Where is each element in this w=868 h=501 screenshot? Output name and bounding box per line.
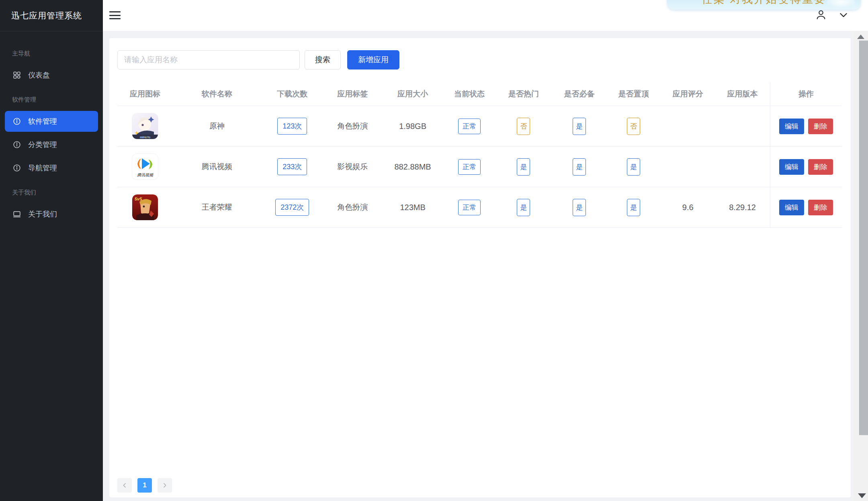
sidebar-item-label: 关于我们 (28, 209, 57, 219)
content-card: 搜索 新增应用 应用图标软件名称下载次数应用标签应用大小当前状态是否热门是否必备… (109, 38, 851, 497)
svg-text:5v5: 5v5 (135, 196, 142, 201)
genshin-app-icon: miHoYo (132, 113, 158, 139)
vertical-scrollbar[interactable] (854, 31, 868, 501)
column-header: 当前状态 (444, 82, 495, 106)
app-name: 原神 (173, 106, 261, 146)
hot-badge: 否 (517, 118, 530, 135)
essential-badge: 是 (573, 158, 586, 176)
hot-badge: 是 (517, 158, 530, 176)
app-name: 腾讯视频 (173, 147, 261, 187)
nav-section-label: 关于我们 (0, 181, 103, 201)
main-content: 搜索 新增应用 应用图标软件名称下载次数应用标签应用大小当前状态是否热门是否必备… (103, 31, 854, 501)
app-tag: 角色扮演 (323, 106, 382, 146)
status-badge: 正常 (458, 119, 481, 134)
app-name: 王者荣耀 (173, 187, 261, 227)
hamburger-menu-icon[interactable] (109, 10, 121, 20)
info-icon (12, 163, 22, 173)
app-tag: 影视娱乐 (323, 147, 382, 187)
scroll-down-arrow-icon[interactable] (858, 493, 866, 498)
nav-section: 主导航 仪表盘 (0, 42, 103, 86)
next-page-button[interactable] (158, 478, 172, 493)
sidebar-nav: 主导航 仪表盘 软件管理 软件管理 分类管理 导航管理 关于我们 关于我们 (0, 31, 103, 225)
notification-banner: 任柒 对我开始变得重要 (667, 0, 861, 10)
app-version (715, 106, 770, 146)
table-row: 腾讯视频 腾讯视频 233次 影视娱乐 882.88MB 正常 是 是 是 编辑… (117, 147, 842, 187)
sidebar-item-label: 软件管理 (28, 117, 57, 126)
search-input[interactable] (117, 50, 300, 70)
delete-button[interactable]: 删除 (808, 119, 833, 134)
app-size: 1.98GB (382, 106, 444, 146)
toolbar: 搜索 新增应用 (117, 50, 399, 70)
status-badge: 正常 (458, 159, 481, 175)
nav-section: 软件管理 软件管理 分类管理 导航管理 (0, 88, 103, 178)
page-number-current[interactable]: 1 (137, 478, 152, 493)
add-app-button[interactable]: 新增应用 (347, 50, 399, 70)
scrollbar-thumb[interactable] (859, 41, 868, 435)
column-header: 软件名称 (173, 82, 261, 106)
sidebar-item-仪表盘[interactable]: 仪表盘 (5, 65, 98, 86)
column-header: 是否置顶 (606, 82, 661, 106)
app-size: 123MB (382, 187, 444, 227)
essential-badge: 是 (573, 118, 586, 135)
grid-icon (12, 70, 22, 80)
tencent-video-app-icon: 腾讯视频 (132, 154, 158, 180)
app-rating (661, 106, 715, 146)
info-icon (12, 117, 22, 126)
app-title: 迅七应用管理系统 (0, 0, 103, 31)
nav-section: 关于我们 关于我们 (0, 181, 103, 225)
search-button[interactable]: 搜索 (305, 50, 341, 70)
status-badge: 正常 (458, 200, 481, 215)
app-rating: 9.6 (661, 187, 715, 227)
sidebar: 迅七应用管理系统 主导航 仪表盘 软件管理 软件管理 分类管理 导航管理 关于我… (0, 0, 103, 501)
topbar-right (815, 9, 849, 21)
download-count-badge: 123次 (277, 118, 307, 135)
pinned-badge: 是 (627, 158, 640, 176)
svg-text:miHoYo: miHoYo (140, 135, 150, 139)
nav-section-label: 主导航 (0, 42, 103, 62)
chevron-down-icon[interactable] (838, 10, 849, 20)
table-row: 5v5 王者荣耀 2372次 角色扮演 123MB 正常 是 是 是 9.6 8… (117, 187, 842, 228)
sidebar-item-label: 导航管理 (28, 163, 57, 173)
column-header: 是否必备 (552, 82, 606, 106)
edit-button[interactable]: 编辑 (779, 200, 804, 215)
sidebar-item-软件管理[interactable]: 软件管理 (5, 111, 98, 132)
table-body: miHoYo 原神 123次 角色扮演 1.98GB 正常 否 是 否 编辑 删… (117, 106, 842, 228)
sidebar-item-关于我们[interactable]: 关于我们 (5, 204, 98, 225)
monitor-icon (12, 209, 22, 219)
sidebar-item-label: 仪表盘 (28, 70, 50, 80)
user-icon[interactable] (815, 9, 827, 21)
edit-button[interactable]: 编辑 (779, 159, 804, 175)
svg-text:腾讯视频: 腾讯视频 (137, 173, 154, 177)
apps-table: 应用图标软件名称下载次数应用标签应用大小当前状态是否热门是否必备是否置顶应用评分… (117, 82, 842, 228)
column-header: 应用标签 (323, 82, 382, 106)
pagination: 1 (117, 478, 172, 493)
delete-button[interactable]: 删除 (808, 200, 833, 215)
app-rating (661, 147, 715, 187)
column-header: 操作 (770, 82, 842, 106)
column-header: 应用大小 (382, 82, 444, 106)
sidebar-item-导航管理[interactable]: 导航管理 (5, 157, 98, 178)
pinned-badge: 否 (627, 118, 640, 135)
app-size: 882.88MB (382, 147, 444, 187)
table-row: miHoYo 原神 123次 角色扮演 1.98GB 正常 否 是 否 编辑 删… (117, 106, 842, 147)
sidebar-item-label: 分类管理 (28, 140, 57, 149)
edit-button[interactable]: 编辑 (779, 119, 804, 134)
delete-button[interactable]: 删除 (808, 159, 833, 175)
column-header: 应用版本 (715, 82, 770, 106)
sidebar-item-分类管理[interactable]: 分类管理 (5, 134, 98, 155)
table-header-row: 应用图标软件名称下载次数应用标签应用大小当前状态是否热门是否必备是否置顶应用评分… (117, 82, 842, 106)
app-tag: 角色扮演 (323, 187, 382, 227)
pinned-badge: 是 (627, 199, 640, 216)
download-count-badge: 2372次 (275, 199, 309, 216)
hot-badge: 是 (517, 199, 530, 216)
prev-page-button[interactable] (117, 478, 132, 493)
info-icon (12, 140, 22, 149)
column-header: 应用评分 (661, 82, 715, 106)
scroll-up-arrow-icon[interactable] (857, 35, 864, 39)
app-version: 8.29.12 (715, 187, 770, 227)
nav-section-label: 软件管理 (0, 88, 103, 108)
column-header: 应用图标 (117, 82, 173, 106)
app-root: 迅七应用管理系统 主导航 仪表盘 软件管理 软件管理 分类管理 导航管理 关于我… (0, 0, 868, 501)
column-header: 下载次数 (261, 82, 323, 106)
download-count-badge: 233次 (277, 158, 307, 175)
